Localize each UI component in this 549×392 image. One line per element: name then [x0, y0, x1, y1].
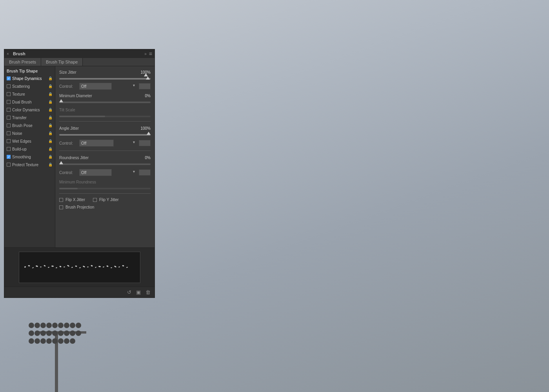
sidebar-item-wet-edges[interactable]: Wet Edges 🔒: [4, 137, 55, 145]
size-control-select-wrapper: Off Fade Pen Pressure Pen Tilt Stylus Wh…: [79, 83, 136, 90]
delete-button[interactable]: 🗑: [145, 289, 151, 296]
roundness-control-select[interactable]: Off Fade Pen Pressure Pen Tilt: [79, 169, 112, 176]
sidebar-label-smoothing: Smoothing: [12, 155, 31, 159]
sidebar-label-scattering: Scattering: [12, 84, 30, 89]
checkbox-wet-edges[interactable]: [7, 139, 11, 143]
preview-canvas: [19, 252, 140, 283]
size-jitter-slider[interactable]: [59, 78, 151, 80]
new-button[interactable]: ▣: [135, 289, 142, 296]
size-jitter-fill: [59, 78, 151, 80]
svg-point-11: [29, 330, 34, 336]
sidebar-label-texture: Texture: [12, 92, 25, 96]
sidebar-label-transfer: Transfer: [12, 116, 27, 120]
size-control-select[interactable]: Off Fade Pen Pressure Pen Tilt Stylus Wh…: [79, 83, 112, 90]
angle-control-row: Control: Off Fade Pen Pressure Pen Tilt …: [59, 140, 151, 147]
svg-point-54: [110, 267, 112, 268]
sidebar-item-build-up[interactable]: Build-up 🔒: [4, 145, 55, 153]
stadium-lights: [8, 294, 118, 392]
checkbox-protect-texture[interactable]: [7, 163, 11, 167]
angle-jitter-thumb[interactable]: [147, 131, 151, 136]
size-jitter-label: Size Jitter: [59, 70, 95, 74]
flip-checkboxes-row: Flip X Jitter Flip Y Jitter: [59, 198, 151, 202]
svg-point-42: [63, 266, 65, 267]
sidebar-label-color-dynamics: Color Dynamics: [12, 108, 40, 112]
svg-point-50: [95, 267, 96, 268]
cycle-button[interactable]: ↺: [126, 289, 132, 296]
checkbox-shape-dynamics[interactable]: ✓: [7, 76, 11, 80]
lock-icon-smoothing: 🔒: [48, 155, 53, 159]
minimum-diameter-thumb[interactable]: [59, 98, 63, 103]
sidebar-item-brush-pose[interactable]: Brush Pose 🔒: [4, 122, 55, 129]
svg-point-35: [35, 265, 38, 267]
svg-point-17: [64, 330, 69, 336]
sidebar-item-protect-texture[interactable]: Protect Texture 🔒: [4, 161, 55, 169]
minimum-diameter-value: 0%: [135, 94, 151, 98]
svg-point-16: [58, 330, 64, 336]
sidebar-section-title: Brush Tip Shape: [4, 68, 55, 74]
lock-icon-build-up: 🔒: [48, 147, 53, 151]
svg-point-13: [40, 330, 46, 336]
flip-x-label: Flip X Jitter: [65, 198, 85, 202]
brush-projection-row: Brush Projection: [59, 205, 151, 209]
svg-point-47: [82, 265, 85, 267]
tab-brush-tip-shape[interactable]: Brush Tip Shape: [41, 58, 83, 66]
roundness-jitter-slider[interactable]: [59, 163, 151, 165]
checkbox-texture[interactable]: [7, 92, 11, 96]
angle-control-select-wrapper: Off Fade Pen Pressure Pen Tilt Initial D…: [79, 140, 136, 147]
svg-point-52: [102, 266, 104, 267]
lock-icon-color-dynamics: 🔒: [48, 108, 53, 112]
checkbox-brush-pose[interactable]: [7, 123, 11, 127]
checkbox-smoothing[interactable]: ✓: [7, 155, 11, 159]
checkbox-flip-y[interactable]: [93, 198, 97, 202]
checkbox-build-up[interactable]: [7, 147, 11, 151]
sidebar-item-transfer[interactable]: Transfer 🔒: [4, 114, 55, 122]
checkbox-dual-brush[interactable]: [7, 100, 11, 104]
sidebar-item-texture[interactable]: Texture 🔒: [4, 90, 55, 98]
collapse-icon[interactable]: »: [144, 52, 147, 56]
sidebar-item-color-dynamics[interactable]: Color Dynamics 🔒: [4, 106, 55, 114]
close-button[interactable]: ×: [7, 52, 11, 56]
svg-point-12: [35, 330, 40, 336]
sidebar-item-dual-brush[interactable]: Dual Brush 🔒: [4, 98, 55, 106]
panel-titlebar: × Brush » ≡: [4, 49, 155, 58]
checkbox-scattering[interactable]: [7, 84, 11, 88]
svg-point-27: [70, 338, 75, 344]
minimum-diameter-slider[interactable]: [59, 102, 151, 103]
svg-point-23: [46, 338, 52, 344]
svg-point-4: [40, 323, 46, 328]
sidebar-item-noise[interactable]: Noise 🔒: [4, 129, 55, 137]
svg-marker-30: [147, 132, 151, 135]
sidebar-label-brush-pose: Brush Pose: [12, 123, 33, 128]
angle-jitter-slider[interactable]: [59, 134, 151, 136]
brush-projection-label: Brush Projection: [65, 205, 94, 209]
lock-icon-wet-edges: 🔒: [48, 139, 53, 143]
panel-menu-icon[interactable]: ≡: [149, 51, 152, 57]
size-jitter-row: Size Jitter 100%: [59, 69, 151, 76]
svg-point-5: [46, 323, 52, 328]
lock-icon-texture: 🔒: [48, 92, 53, 96]
divider-2: [59, 151, 151, 151]
svg-point-43: [67, 265, 69, 267]
brush-stroke-preview: [19, 252, 133, 279]
sidebar-item-smoothing[interactable]: ✓ Smoothing 🔒: [4, 153, 55, 161]
sidebar-item-shape-dynamics[interactable]: ✓ Shape Dynamics 🔒: [4, 74, 55, 82]
checkbox-noise[interactable]: [7, 131, 11, 135]
svg-point-37: [44, 265, 46, 267]
minimum-roundness-slider: [59, 188, 151, 189]
checkbox-color-dynamics[interactable]: [7, 108, 11, 112]
angle-control-select[interactable]: Off Fade Pen Pressure Pen Tilt Initial D…: [79, 140, 114, 147]
checkbox-flip-x[interactable]: [59, 198, 63, 202]
roundness-jitter-thumb[interactable]: [59, 160, 63, 165]
svg-point-26: [64, 338, 69, 344]
sidebar-item-scattering[interactable]: Scattering 🔒: [4, 82, 55, 90]
svg-marker-29: [59, 99, 63, 102]
size-jitter-thumb[interactable]: [146, 76, 150, 80]
angle-jitter-value: 100%: [135, 126, 151, 131]
svg-point-38: [47, 267, 49, 268]
checkbox-transfer[interactable]: [7, 116, 11, 120]
svg-point-45: [75, 265, 77, 267]
checkbox-brush-projection[interactable]: [59, 205, 63, 209]
svg-point-58: [126, 267, 127, 268]
size-control-row: Control: Off Fade Pen Pressure Pen Tilt …: [59, 83, 151, 90]
tab-brush-presets[interactable]: Brush Presets: [4, 58, 41, 66]
